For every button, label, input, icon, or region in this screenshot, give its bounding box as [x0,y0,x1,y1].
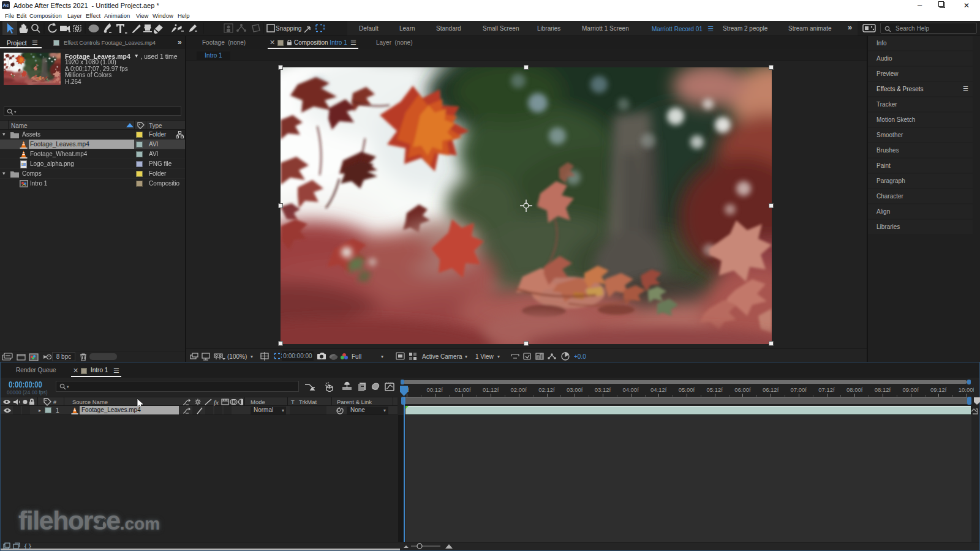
svg-text:{ }: { } [24,544,32,550]
svg-text:fx: fx [214,399,219,406]
svg-text:Snapping: Snapping [276,25,301,32]
